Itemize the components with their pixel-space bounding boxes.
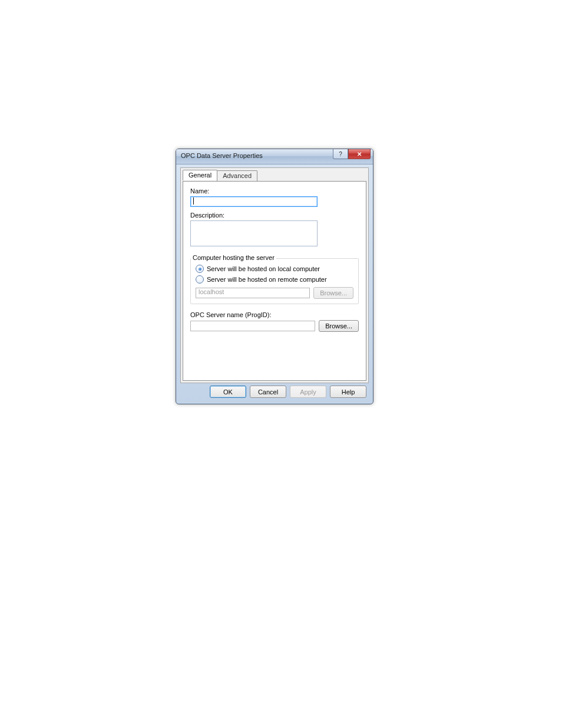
- radio-icon: [196, 265, 204, 273]
- radio-remote-label: Server will be hosted on remote computer: [207, 276, 327, 283]
- name-label: Name:: [190, 187, 359, 195]
- ok-button[interactable]: OK: [210, 386, 246, 398]
- radio-local-computer[interactable]: Server will be hosted on local computer: [196, 265, 353, 273]
- host-row: localhost Browse...: [196, 287, 353, 299]
- progid-label: OPC Server name (ProgID):: [190, 311, 359, 318]
- progid-row: Browse...: [190, 320, 359, 332]
- name-input[interactable]: [190, 196, 318, 207]
- radio-remote-computer[interactable]: Server will be hosted on remote computer: [196, 275, 353, 284]
- description-label: Description:: [190, 212, 359, 219]
- apply-button: Apply: [290, 386, 326, 398]
- tab-panel-general: Name: Description: Computer hosting the …: [183, 181, 366, 381]
- titlebar-buttons: ? ✕: [333, 149, 373, 160]
- description-input[interactable]: [190, 220, 318, 246]
- window-title: OPC Data Server Properties: [181, 152, 263, 159]
- browse-progid-button[interactable]: Browse...: [319, 320, 359, 332]
- host-input: localhost: [196, 288, 310, 298]
- dialog-window: OPC Data Server Properties ? ✕ GeneralAd…: [176, 149, 373, 404]
- radio-icon: [196, 275, 204, 284]
- close-icon[interactable]: ✕: [348, 149, 371, 159]
- text-caret-icon: [193, 197, 194, 205]
- radio-local-label: Server will be hosted on local computer: [207, 265, 320, 272]
- help-icon[interactable]: ?: [333, 149, 348, 159]
- tab-advanced[interactable]: Advanced: [217, 170, 257, 181]
- dialog-body: GeneralAdvanced Name: Description: Compu…: [180, 167, 369, 383]
- progid-input[interactable]: [190, 321, 315, 331]
- browse-host-button: Browse...: [313, 287, 353, 299]
- hosting-group-title: Computer hosting the server: [191, 254, 276, 261]
- tab-strip: GeneralAdvanced: [183, 170, 368, 182]
- button-bar: OK Cancel Apply Help: [180, 386, 369, 400]
- help-button[interactable]: Help: [330, 386, 366, 398]
- cancel-button[interactable]: Cancel: [250, 386, 286, 398]
- tab-general[interactable]: General: [183, 170, 217, 180]
- titlebar[interactable]: OPC Data Server Properties ? ✕: [176, 149, 373, 164]
- hosting-group: Computer hosting the server Server will …: [190, 258, 359, 304]
